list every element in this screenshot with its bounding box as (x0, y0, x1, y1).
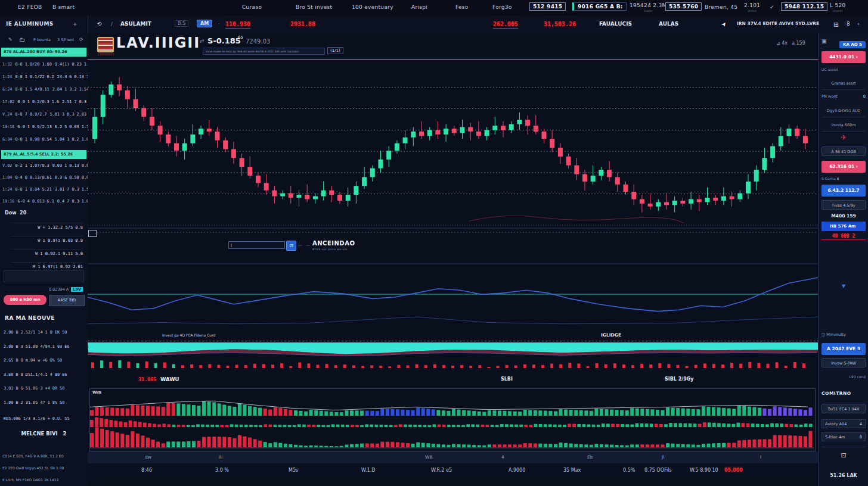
position-row-sell[interactable]: 879 AL.AL.5/5.4 SELL 2.2: 55.26 (1, 150, 86, 159)
melcne-row[interactable]: MELCNE BIVI 2 (0, 431, 88, 437)
timeframe-chip[interactable]: B.S (175, 20, 188, 27)
watchlist-row[interactable]: 17:020-0 1 0.2/0.3 1.62.51 7 0.3 0.2 (2, 99, 85, 107)
sell-button-9[interactable]: 62.316 01 › (822, 161, 866, 173)
symbol-label[interactable]: ASULAMIT (120, 21, 151, 27)
toolbar-label-1[interactable]: FAUALUCIS (599, 21, 632, 27)
menubar-item-11[interactable]: 535 5760 (665, 2, 702, 11)
pencil-icon[interactable]: ✎ (8, 37, 13, 42)
ribbon-right-label: SIBL 2/9Gy (665, 376, 694, 382)
order-panel: ▣KA AO 54431.0 01 ›UC assistGranas assrt… (818, 33, 868, 486)
sidebar-filter-label[interactable]: P bounta (33, 38, 51, 42)
watchlist-row[interactable]: 19:166-0 4 0.013 6.10.4 7 0.3 1.09 (2, 199, 85, 206)
indicator-apply-button[interactable]: ⊡ (286, 241, 296, 251)
watchlist-row[interactable]: 19:186-0 1 0.9/2.136.2 5 0.03 1.50 (2, 124, 85, 132)
menubar-item-5[interactable]: Arispi (411, 4, 427, 10)
menubar-item-0[interactable]: E2 FEOB (18, 4, 42, 10)
menubar-item-6[interactable]: Feso (455, 4, 469, 10)
panel-chip-row-0[interactable]: ▣KA AO 5 (822, 37, 866, 48)
panel-button-8[interactable]: A 36 41 DGB (822, 147, 866, 156)
setting-row-24[interactable]: S-fdae 4m8 (822, 432, 866, 441)
sell-button-1[interactable]: 4431.0 01 › (822, 51, 866, 63)
menubar-item-3[interactable]: Bro St invest (296, 4, 332, 10)
account-row[interactable]: 3.03 B 6 51.06 3 +4 8R 50 (4, 386, 84, 391)
menubar-item-7[interactable]: Forg3o (492, 4, 512, 10)
indicator-caption-right: IGLIDGE (601, 332, 621, 338)
menubar-item-14[interactable]: ✓ (770, 4, 774, 10)
menubar-item-4[interactable]: 100 eventuary (352, 4, 393, 10)
field-row-4: PN wont0 (822, 94, 866, 99)
add-symbol-button[interactable]: ＋ (72, 20, 78, 29)
sidebar-filter-label-2[interactable]: 3 SE wot (57, 38, 74, 42)
menubar-item-15[interactable]: 5948 112.15 (781, 2, 827, 11)
footnote-row: C014 E.605, F4G 9 A.90R, 51.2 E0 (2, 454, 85, 458)
menubar-item-8[interactable]: 512 9415 (529, 2, 566, 11)
grid-icon[interactable]: ⊞ (833, 21, 839, 29)
buy-button-18[interactable]: A 2047 EVE 3 (822, 343, 866, 355)
toolbar-label-3[interactable]: IRN 37V.4 EDITE AVIV4 5YD.LVRE (737, 21, 819, 26)
alert-price-15: 49 600 2 (822, 233, 866, 240)
header-price-sup: 65 (238, 35, 243, 40)
account-row[interactable]: 2.00 B 3 51.00 4/94.1 93 E6 (4, 344, 84, 349)
field-label-5: Dgy3 D4V51 AU0 (822, 108, 866, 117)
watchlist-row[interactable]: 6:248-0 1.5 4/0.112.04 1 3.2 1.54 (2, 87, 85, 94)
indicator-search-input[interactable] (228, 241, 285, 249)
folder-icon[interactable]: 🗀 (19, 36, 25, 43)
refresh-icon[interactable]: ⟳ (79, 37, 83, 42)
slash-icon[interactable]: ∕ (111, 21, 113, 27)
account-row[interactable]: 3.60 B 8 D51.1/4.1 4 80 E6 (4, 372, 84, 377)
setting-row-23[interactable]: Autoty A044 (822, 419, 866, 428)
buy-button-11[interactable]: 6.43.2 112.7 (822, 185, 866, 197)
price-red-4: 31,503.26 (544, 21, 576, 27)
panel-button-12[interactable]: Tivas 4.5/9y (822, 200, 866, 210)
oscillator-line-panel[interactable] (88, 255, 818, 338)
menubar-item-9[interactable]: 9016 G65 A B: (572, 2, 627, 11)
watchlist-row[interactable]: 1:040-4 0 0.13/0.610.3 6 0.50 0.0 (2, 175, 85, 182)
menubar-item-13[interactable]: 2.101dress (744, 2, 760, 13)
time-axis[interactable]: dwiliW84EbJlI (88, 451, 818, 463)
candlestick-chart[interactable] (88, 59, 818, 235)
menubar-item-1[interactable]: B smart (52, 4, 75, 10)
lv-chip[interactable]: L9V (71, 287, 83, 292)
ribbon-center-label: SLBI (501, 376, 513, 382)
panel-icon[interactable]: ▣ (822, 38, 827, 44)
grid-icon-26[interactable]: ⊡ (822, 451, 866, 459)
bid-button[interactable]: AASE BID (49, 295, 85, 306)
status-bar: 8:463.0 %M5sW.1.DW.R.2 e5A.900035 Max0.5… (88, 463, 818, 478)
am-button[interactable]: AM (197, 20, 212, 27)
ribbon-value-red: 31.085 (138, 376, 157, 382)
sidebar-input-box[interactable] (4, 270, 84, 282)
ohlc-info-bar: Ovve nuass te mea ay: 344.43 avise 4325b… (203, 48, 325, 55)
watchlist-row[interactable]: 1:240-0 1 0.1/22 0.224.3 6 0.13 1.03 (2, 74, 85, 82)
panel-button-22[interactable]: Bu51 £C4 1 94X (822, 404, 866, 413)
summary-row: W 1 0.9(1 0.03 0.9 (11, 236, 83, 243)
account-row[interactable]: 2.00 B 2.52/1 14 1 8 EK 59 (4, 330, 84, 335)
eight-icon[interactable]: 8 (847, 21, 850, 27)
buy-pill-button[interactable]: 800 a H50 mn (4, 295, 46, 305)
account-row[interactable]: 2.65 B 8 m.04 w +6 8% 50 (4, 358, 84, 363)
menubar-item-10[interactable]: 195424 2.3Mlower (630, 2, 667, 13)
menubar-item-12[interactable]: Bremen, 45 (705, 4, 737, 10)
back-icon[interactable]: ‹ (857, 21, 860, 27)
watchlist-row[interactable]: V.020-2 1 1.07/0.30.03 1 0.13 0.02 (2, 163, 85, 170)
undo-icon[interactable]: ⟲ (97, 21, 102, 27)
ribbon-indicator[interactable] (88, 340, 818, 371)
watchlist-row[interactable]: V.240-0 7 0.9/2.75.01 3 0.3 2.03 (2, 112, 85, 119)
status-item-2: M5s (289, 468, 298, 473)
menubar-item-2[interactable]: Curaso (242, 4, 262, 10)
triangle-icon-16[interactable]: ▼ (822, 284, 866, 289)
watchlist-row[interactable]: 1:320-0 1.0/20 1.889.4(1) 0.23 1.50 (2, 62, 85, 69)
watchlist-row[interactable]: 1:240-0 1 0.04 5.213.01 7 0.3 1.50 (2, 187, 85, 194)
selected-row-14[interactable]: HB 576 Am (822, 222, 866, 231)
corner-label: a 159 (792, 40, 805, 46)
pager-box[interactable]: (1/1) (327, 47, 343, 54)
position-row-buy[interactable]: 878 AL.AL.200 BUY 80: 50.26 (1, 48, 86, 57)
bottom-oscillator-panel[interactable]: Wm (89, 388, 816, 451)
toolbar-label-2[interactable]: AULAS (659, 21, 678, 27)
status-item-6: 35 Max (563, 468, 581, 473)
status-item-8: 0.75 OOFils (644, 468, 672, 473)
note-text-2: UC assist (822, 67, 866, 71)
account-row[interactable]: 1.00 B 2 31.05 47 1 8% 50 (4, 400, 84, 405)
watchlist-row[interactable]: 6:340-0 1 0.98 0.545.04 1 0.2 1.01 (2, 137, 85, 144)
menubar-item-16[interactable]: L 520invest (830, 2, 846, 13)
panel-button-19[interactable]: Invow S-PAW (822, 358, 866, 367)
